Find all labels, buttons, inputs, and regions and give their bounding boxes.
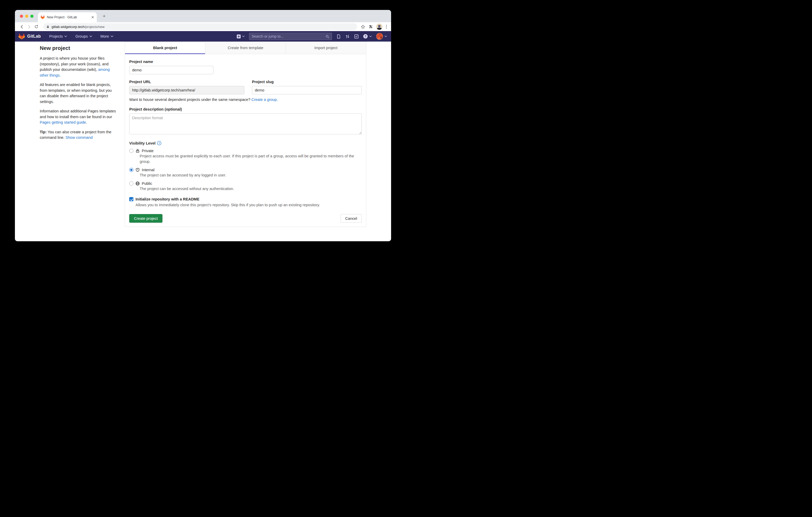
url-host: gitlab.widgetcorp.tech bbox=[52, 25, 85, 29]
readme-section: Initialize repository with a README Allo… bbox=[129, 197, 362, 208]
pages-guide-link[interactable]: Pages getting started guide bbox=[40, 120, 86, 124]
browser-profile-avatar[interactable] bbox=[376, 24, 382, 30]
new-menu-button[interactable] bbox=[236, 34, 244, 39]
shield-icon bbox=[136, 168, 140, 172]
bookmark-star-icon[interactable] bbox=[361, 25, 365, 29]
user-menu[interactable] bbox=[376, 33, 387, 40]
visibility-help-icon[interactable]: ? bbox=[157, 141, 162, 145]
private-label: Private bbox=[142, 149, 153, 153]
sidebar-paragraph: All features are enabled for blank proje… bbox=[40, 82, 117, 104]
close-window-button[interactable] bbox=[20, 14, 23, 18]
chevron-down-icon bbox=[111, 35, 113, 37]
namespace-hint: Want to house several dependent projects… bbox=[129, 97, 362, 102]
search-icon bbox=[325, 34, 329, 38]
user-avatar bbox=[376, 33, 383, 40]
kebab-menu-icon[interactable] bbox=[386, 25, 387, 29]
sidebar-paragraph: A project is where you house your files … bbox=[40, 56, 117, 78]
page-title: New project bbox=[40, 45, 117, 51]
tab-close-icon[interactable]: ✕ bbox=[91, 16, 94, 19]
project-slug-input[interactable] bbox=[252, 86, 362, 94]
issues-icon[interactable] bbox=[337, 34, 341, 39]
browser-window: New Project · GitLab ✕ + gitlab.widgetco… bbox=[15, 10, 391, 241]
chevron-down-icon bbox=[369, 35, 372, 37]
cancel-button[interactable]: Cancel bbox=[341, 214, 362, 223]
url-path: /projects/new bbox=[85, 25, 105, 29]
project-url-label: Project URL bbox=[129, 80, 244, 84]
create-project-button[interactable]: Create project bbox=[129, 214, 163, 223]
lock-icon bbox=[136, 149, 140, 153]
lock-icon bbox=[46, 25, 50, 28]
gitlab-logo-icon bbox=[18, 33, 25, 40]
traffic-lights bbox=[20, 14, 33, 18]
tab-title: New Project · GitLab bbox=[47, 16, 89, 19]
plus-square-icon bbox=[236, 34, 241, 39]
project-description-label: Project description (optional) bbox=[129, 107, 362, 111]
project-description-textarea[interactable] bbox=[129, 114, 362, 134]
private-radio[interactable] bbox=[129, 149, 134, 153]
browser-toolbar: gitlab.widgetcorp.tech/projects/new bbox=[15, 22, 391, 31]
project-name-label: Project name bbox=[129, 60, 362, 64]
chevron-down-icon bbox=[242, 35, 244, 37]
chevron-down-icon bbox=[64, 35, 67, 37]
visibility-option-internal: Internal The project can be accessed by … bbox=[129, 168, 362, 178]
menu-more[interactable]: More bbox=[100, 34, 113, 38]
gitlab-navbar: GitLab Projects Groups More bbox=[15, 31, 391, 41]
toolbar-actions bbox=[361, 24, 388, 30]
browser-tab-bar: New Project · GitLab ✕ + bbox=[15, 10, 391, 22]
private-description: Project access must be granted explicitl… bbox=[140, 153, 362, 164]
project-url-input[interactable] bbox=[129, 86, 244, 94]
visibility-option-public: Public The project can be accessed witho… bbox=[129, 181, 362, 191]
gitlab-menus: Projects Groups More bbox=[49, 34, 113, 38]
merge-requests-icon[interactable] bbox=[345, 34, 350, 39]
public-label: Public bbox=[142, 181, 152, 186]
project-type-tabs: Blank project Create from template Impor… bbox=[125, 42, 366, 54]
project-slug-label: Project slug bbox=[252, 80, 362, 84]
sidebar-paragraph: Information about additional Pages templ… bbox=[40, 109, 117, 125]
public-radio[interactable] bbox=[129, 181, 134, 186]
sidebar-tip: Tip: You can also create a project from … bbox=[40, 129, 117, 141]
forward-icon[interactable] bbox=[26, 24, 32, 30]
address-bar[interactable]: gitlab.widgetcorp.tech/projects/new bbox=[43, 23, 357, 30]
help-menu[interactable]: ? bbox=[363, 34, 372, 39]
gitlab-favicon bbox=[40, 15, 45, 19]
internal-radio[interactable] bbox=[129, 168, 134, 172]
menu-projects[interactable]: Projects bbox=[49, 34, 67, 38]
page-content: New project A project is where you house… bbox=[15, 41, 391, 241]
browser-tab[interactable]: New Project · GitLab ✕ bbox=[38, 12, 97, 22]
create-group-link[interactable]: Create a group. bbox=[252, 97, 278, 102]
tab-create-from-template[interactable]: Create from template bbox=[205, 42, 285, 54]
zoom-window-button[interactable] bbox=[30, 14, 33, 18]
new-tab-button[interactable]: + bbox=[101, 13, 107, 19]
help-icon: ? bbox=[363, 34, 368, 39]
todos-icon[interactable] bbox=[354, 34, 359, 39]
visibility-level-label: Visibility Level bbox=[129, 141, 155, 145]
global-search[interactable] bbox=[249, 33, 332, 40]
project-name-input[interactable] bbox=[129, 66, 213, 74]
visibility-option-private: Private Project access must be granted e… bbox=[129, 149, 362, 164]
chevron-down-icon bbox=[89, 35, 92, 37]
sidebar-help-text: New project A project is where you house… bbox=[40, 45, 117, 145]
globe-icon bbox=[136, 181, 140, 186]
readme-label: Initialize repository with a README bbox=[136, 197, 199, 201]
reload-icon[interactable] bbox=[33, 24, 39, 30]
search-input[interactable] bbox=[252, 34, 325, 38]
minimize-window-button[interactable] bbox=[25, 14, 28, 18]
gitlab-brand[interactable]: GitLab bbox=[18, 33, 41, 40]
gitlab-wordmark: GitLab bbox=[27, 34, 41, 39]
svg-text:?: ? bbox=[158, 142, 160, 145]
tab-blank-project[interactable]: Blank project bbox=[125, 42, 205, 54]
show-command-link[interactable]: Show command bbox=[65, 135, 93, 140]
tab-import-project[interactable]: Import project bbox=[286, 42, 366, 54]
blank-project-form: Project name Project URL Project slug Wa… bbox=[125, 60, 366, 226]
readme-checkbox[interactable] bbox=[129, 197, 134, 201]
readme-description: Allows you to immediately clone this pro… bbox=[136, 202, 362, 208]
menu-groups[interactable]: Groups bbox=[75, 34, 92, 38]
internal-label: Internal bbox=[142, 168, 154, 172]
chevron-down-icon bbox=[384, 35, 387, 37]
new-project-panel: Blank project Create from template Impor… bbox=[125, 41, 366, 227]
public-description: The project can be accessed without any … bbox=[140, 186, 362, 191]
back-icon[interactable] bbox=[19, 24, 25, 30]
gitlab-navbar-right: ? bbox=[236, 33, 387, 40]
extensions-puzzle-icon[interactable] bbox=[369, 25, 373, 29]
internal-description: The project can be accessed by any logge… bbox=[140, 173, 362, 178]
